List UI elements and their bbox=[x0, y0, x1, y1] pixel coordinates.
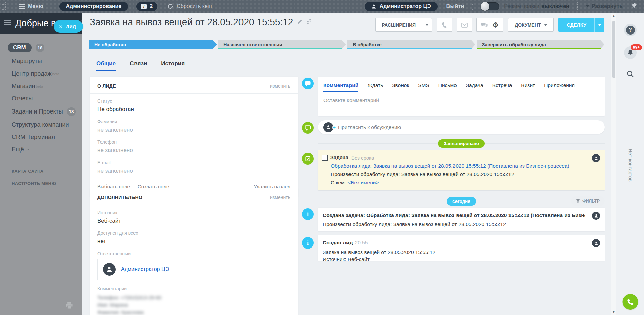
current-user-button[interactable]: Администратор ЦЭ bbox=[365, 2, 438, 11]
administration-button[interactable]: Администрирование bbox=[59, 2, 128, 11]
sitemap-link[interactable]: КАРТА САЙТА bbox=[12, 169, 82, 174]
sidebar-item-reports[interactable]: Отчеты bbox=[8, 95, 82, 102]
stage-not-processed[interactable]: Не обработан bbox=[89, 40, 217, 49]
search-button[interactable] bbox=[626, 70, 634, 79]
edit-mode-text: Режим правкивыключен bbox=[504, 3, 569, 9]
task-with-link[interactable]: <Без имени> bbox=[347, 180, 379, 185]
chevron-down-icon bbox=[544, 24, 547, 26]
scrollbar-thumb[interactable] bbox=[612, 21, 615, 78]
today-badge: сегодня bbox=[447, 197, 476, 206]
top-menu-button[interactable]: Меню bbox=[19, 3, 43, 9]
entry-link[interactable]: Произвести обработку лида: Заявка на выв… bbox=[323, 221, 585, 227]
funnel-icon bbox=[576, 199, 580, 203]
reset-cache-label: Сбросить кеш bbox=[177, 3, 212, 9]
comment-blurred-text: Телефон: +7(910)313-29-60 Имя: Марина Фа… bbox=[97, 294, 290, 315]
comment-input[interactable]: Оставьте комментарий bbox=[318, 92, 605, 109]
stage-responsible-assigned[interactable]: Назначен ответственный bbox=[218, 40, 346, 49]
task-checkbox[interactable] bbox=[322, 155, 328, 161]
sidebar-item-sales-center[interactable]: Центр продажbeta bbox=[8, 70, 82, 77]
tab-relations[interactable]: Связи bbox=[130, 60, 147, 71]
stage-finish-processing[interactable]: Завершить обработку лида bbox=[477, 40, 604, 49]
sidebar-item-tasks-projects[interactable]: Задачи и Проекты18 bbox=[8, 107, 82, 116]
edit-mode-toggle[interactable] bbox=[481, 2, 499, 10]
call-button[interactable] bbox=[437, 18, 452, 32]
entry-author-avatar[interactable] bbox=[592, 212, 600, 220]
composer-tab-call[interactable]: Звонок bbox=[392, 82, 409, 92]
pin-button[interactable] bbox=[631, 2, 637, 10]
sidebar-item-company-structure[interactable]: Структура компании bbox=[8, 121, 82, 128]
composer-tab-apps[interactable]: Приложения bbox=[544, 82, 575, 92]
sidebar-menu: CRM 18 Маршруты Центр продажbeta Магазин… bbox=[0, 34, 82, 153]
composer-tab-email[interactable]: Письмо bbox=[438, 82, 457, 92]
lead-filter-chip[interactable]: × лид bbox=[54, 20, 83, 33]
stage-in-progress[interactable]: В обработке bbox=[347, 40, 475, 49]
scroll-down-arrow[interactable]: ▼ bbox=[611, 310, 616, 314]
composer-tab-sms[interactable]: SMS bbox=[418, 82, 429, 92]
create-deal-button[interactable]: СДЕЛКУ bbox=[558, 18, 604, 32]
invite-avatar: + bbox=[323, 122, 333, 132]
sidebar-item-crm-terminal[interactable]: CRM Терминал bbox=[8, 134, 82, 141]
logout-link[interactable]: Выйти bbox=[446, 3, 464, 9]
copy-link-button[interactable] bbox=[306, 19, 312, 26]
task-header-row: Задача Без срока bbox=[322, 154, 599, 161]
invite-stream-icon bbox=[302, 122, 314, 134]
scroll-up-arrow[interactable]: ▲ bbox=[611, 14, 616, 18]
additional-edit-link[interactable]: изменить bbox=[270, 195, 290, 200]
sidebar-item-more[interactable]: Ещё bbox=[8, 146, 82, 153]
vertical-scrollbar[interactable]: ▲ ▼ bbox=[611, 13, 616, 315]
speech-bubble-icon bbox=[305, 81, 311, 86]
task-title-link[interactable]: Обработка лида: Заявка на вывоз вещей от… bbox=[331, 163, 599, 169]
additional-card-title: ДОПОЛНИТЕЛЬНО bbox=[97, 195, 142, 200]
sidebar-hamburger-icon[interactable] bbox=[4, 20, 11, 27]
reset-cache-button[interactable]: Сбросить кеш bbox=[167, 3, 212, 9]
person-icon bbox=[106, 266, 113, 273]
pin-icon bbox=[631, 2, 637, 9]
drag-handle-icon[interactable] bbox=[1, 2, 6, 11]
composer-tab-comment[interactable]: Комментарий bbox=[323, 82, 358, 92]
task-author-avatar[interactable] bbox=[592, 154, 600, 162]
invite-to-discussion[interactable]: + Пригласить к обсуждению bbox=[318, 120, 605, 134]
close-icon[interactable]: × bbox=[59, 23, 63, 30]
entry-author-avatar[interactable] bbox=[592, 239, 600, 247]
composer-tab-task[interactable]: Задача bbox=[466, 82, 483, 92]
composer-tab-meeting[interactable]: Встреча bbox=[492, 82, 512, 92]
topbar: Меню Администрирование i 2 Сбросить кеш … bbox=[0, 0, 644, 13]
notify-count: 2 bbox=[150, 3, 153, 9]
sidebar-item-crm[interactable]: CRM 18 bbox=[8, 43, 82, 52]
sidebar-item-routes[interactable]: Маршруты bbox=[8, 58, 82, 65]
composer-tab-wait[interactable]: Ждать bbox=[367, 82, 383, 92]
help-button[interactable]: ? bbox=[624, 24, 637, 36]
tab-general[interactable]: Общие bbox=[96, 60, 116, 71]
additional-card: ДОПОЛНИТЕЛЬНО изменить Источник Веб-сайт… bbox=[90, 188, 298, 315]
deal-dropdown[interactable] bbox=[594, 18, 604, 32]
detail-tabs: Общие Связи История bbox=[96, 60, 185, 71]
filter-button[interactable]: ФИЛЬТР bbox=[571, 196, 605, 206]
avatar bbox=[323, 122, 333, 132]
settings-button[interactable]: ⚙ bbox=[488, 18, 503, 32]
document-button[interactable]: ДОКУМЕНТ bbox=[508, 18, 554, 32]
edit-title-button[interactable] bbox=[297, 19, 302, 26]
pencil-icon bbox=[297, 19, 302, 24]
start-call-button[interactable] bbox=[623, 294, 638, 310]
sidebar-footer: КАРТА САЙТА НАСТРОИТЬ МЕНЮ bbox=[0, 159, 82, 186]
configure-menu-link[interactable]: НАСТРОИТЬ МЕНЮ bbox=[12, 181, 82, 186]
planned-separator: Запланировано bbox=[318, 139, 605, 148]
beta-label: beta bbox=[36, 84, 43, 88]
field-comment: Комментарий Телефон: +7(910)313-29-60 Им… bbox=[97, 286, 290, 315]
about-edit-link[interactable]: изменить bbox=[270, 83, 290, 89]
extensions-button[interactable]: РАСШИРЕНИЯ bbox=[375, 18, 432, 32]
avatar bbox=[103, 263, 116, 276]
extensions-dropdown[interactable] bbox=[422, 18, 432, 31]
sidebar-item-shop[interactable]: Магазинbeta bbox=[8, 83, 82, 90]
sidebar: Добрые вещи24 × лид CRM 18 Маршруты Цент… bbox=[0, 13, 82, 315]
notifications-button[interactable]: 99+ bbox=[624, 46, 637, 59]
composer-tab-visit[interactable]: Визит bbox=[521, 82, 535, 92]
responsible-name-link[interactable]: Администратор ЦЭ bbox=[121, 266, 169, 272]
responsible-box: Администратор ЦЭ bbox=[97, 259, 290, 280]
notifications-counter-button[interactable]: i 2 bbox=[136, 2, 157, 11]
printer-icon[interactable] bbox=[65, 302, 73, 310]
phone-icon bbox=[627, 298, 634, 306]
tab-history[interactable]: История bbox=[161, 60, 185, 71]
email-button[interactable] bbox=[457, 18, 472, 32]
expand-button[interactable]: Развернуть bbox=[586, 3, 623, 9]
